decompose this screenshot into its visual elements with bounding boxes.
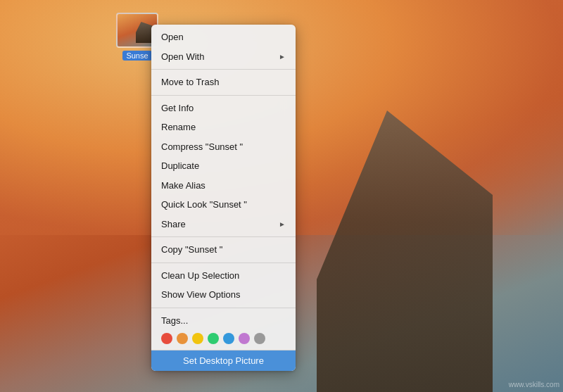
tag-yellow[interactable] bbox=[192, 333, 203, 344]
menu-item-open-with[interactable]: Open With ► bbox=[151, 47, 296, 67]
menu-item-copy[interactable]: Copy "Sunset " bbox=[151, 240, 296, 260]
menu-item-move-to-trash[interactable]: Move to Trash bbox=[151, 72, 296, 92]
menu-section-2: Move to Trash bbox=[151, 70, 296, 96]
tag-orange[interactable] bbox=[177, 333, 188, 344]
submenu-arrow: ► bbox=[279, 219, 286, 229]
menu-item-tags[interactable]: Tags... bbox=[151, 311, 296, 331]
tag-green[interactable] bbox=[208, 333, 219, 344]
menu-section-5: Clean Up Selection Show View Options bbox=[151, 263, 296, 308]
context-menu: Open Open With ► Move to Trash Get Info … bbox=[151, 25, 296, 371]
menu-item-set-desktop-picture[interactable]: Set Desktop Picture bbox=[151, 350, 296, 371]
menu-item-get-info[interactable]: Get Info bbox=[151, 99, 296, 118]
menu-item-clean-up[interactable]: Clean Up Selection bbox=[151, 266, 296, 286]
menu-item-make-alias[interactable]: Make Alias bbox=[151, 176, 296, 196]
menu-section-3: Get Info Rename Compress "Sunset " Dupli… bbox=[151, 96, 296, 238]
tag-blue[interactable] bbox=[223, 333, 234, 344]
menu-item-compress[interactable]: Compress "Sunset " bbox=[151, 137, 296, 157]
menu-item-duplicate[interactable]: Duplicate bbox=[151, 156, 296, 176]
tag-purple[interactable] bbox=[239, 333, 250, 344]
file-label: Sunse bbox=[122, 51, 151, 61]
menu-item-show-view-options[interactable]: Show View Options bbox=[151, 285, 296, 305]
menu-section-1: Open Open With ► bbox=[151, 25, 296, 70]
menu-section-6: Tags... bbox=[151, 308, 296, 351]
menu-item-share[interactable]: Share ► bbox=[151, 215, 296, 234]
tags-row bbox=[151, 330, 296, 347]
watermark: www.vskills.com bbox=[509, 381, 559, 388]
tag-red[interactable] bbox=[161, 333, 172, 344]
menu-item-quick-look[interactable]: Quick Look "Sunset " bbox=[151, 195, 296, 215]
menu-section-4: Copy "Sunset " bbox=[151, 237, 296, 263]
submenu-arrow: ► bbox=[279, 51, 286, 62]
menu-item-rename[interactable]: Rename bbox=[151, 118, 296, 137]
menu-item-open[interactable]: Open bbox=[151, 27, 296, 47]
tag-gray[interactable] bbox=[254, 333, 265, 344]
